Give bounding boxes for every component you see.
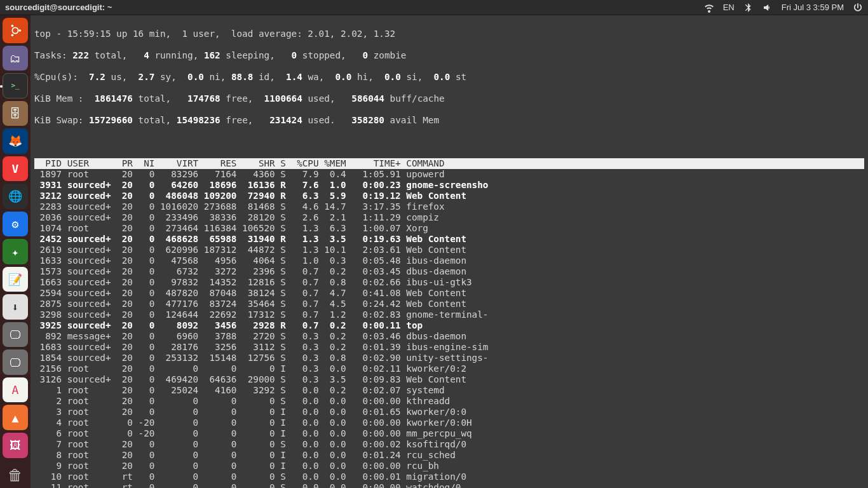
process-row: 10 root rt 0 0 0 0 S 0.0 0.0 0:00.01 mig… bbox=[34, 471, 864, 482]
launcher-files[interactable]: 🗂 bbox=[3, 46, 28, 71]
launcher-browser[interactable]: 🌐 bbox=[3, 184, 28, 209]
launcher-vlc[interactable]: ▲ bbox=[3, 405, 28, 430]
process-row: 3212 sourced+ 20 0 486048 109200 72940 R… bbox=[34, 191, 864, 201]
top-summary-tasks: Tasks: 222 total, 4 running, 162 sleepin… bbox=[34, 50, 864, 61]
volume-icon[interactable] bbox=[763, 3, 773, 13]
unity-launcher: 🗂 >_ 🗄 🦊 V 🌐 ⚙ ✦ 📝 ⬇ 🖵 🖵 A ▲ 🖼 🗑 bbox=[0, 15, 31, 488]
process-row: 11 root rt 0 0 0 0 S 0.0 0.0 0:00.00 wat… bbox=[34, 482, 864, 488]
clock[interactable]: Fri Jul 3 3:59 PM bbox=[782, 3, 844, 12]
svg-point-3 bbox=[11, 34, 14, 36]
process-row: 1897 root 20 0 83296 7164 4360 S 7.9 0.4… bbox=[34, 169, 864, 180]
process-row: 2594 sourced+ 20 0 487820 87048 38124 S … bbox=[34, 288, 864, 299]
process-row: 1854 sourced+ 20 0 253132 15148 12756 S … bbox=[34, 353, 864, 363]
process-row: 2156 root 20 0 0 0 0 I 0.3 0.0 0:02.11 k… bbox=[34, 363, 864, 374]
process-row: 1663 sourced+ 20 0 97832 14352 12816 S 0… bbox=[34, 277, 864, 288]
process-row: 9 root 20 0 0 0 0 I 0.0 0.0 0:00.00 rcu_… bbox=[34, 461, 864, 471]
launcher-vivaldi[interactable]: V bbox=[3, 156, 28, 182]
process-row: 3298 sourced+ 20 0 124644 22692 17312 S … bbox=[34, 309, 864, 320]
keyboard-layout-indicator[interactable]: EN bbox=[723, 3, 735, 12]
launcher-display-a[interactable]: 🖵 bbox=[3, 322, 28, 348]
process-row: 2875 sourced+ 20 0 477176 83724 35464 S … bbox=[34, 299, 864, 309]
process-row: 2283 sourced+ 20 0 1016020 273688 81468 … bbox=[34, 201, 864, 212]
power-icon[interactable] bbox=[853, 3, 863, 13]
top-summary-mem: KiB Mem : 1861476 total, 174768 free, 11… bbox=[34, 93, 864, 104]
process-row: 3 root 20 0 0 0 0 I 0.0 0.0 0:01.65 kwor… bbox=[34, 407, 864, 417]
launcher-screenshot[interactable]: 🖼 bbox=[3, 433, 28, 458]
svg-point-1 bbox=[19, 29, 22, 32]
system-indicators: EN Fri Jul 3 3:59 PM bbox=[704, 3, 863, 13]
process-row: 3126 sourced+ 20 0 469420 64636 29000 S … bbox=[34, 374, 864, 385]
process-row: 3931 sourced+ 20 0 64260 18696 16136 R 7… bbox=[34, 180, 864, 191]
launcher-software[interactable]: A bbox=[3, 377, 28, 403]
bluetooth-icon[interactable] bbox=[743, 3, 754, 13]
process-list: 1897 root 20 0 83296 7164 4360 S 7.9 0.4… bbox=[34, 169, 864, 488]
top-menubar: sourcedigit@sourcedigit: ~ EN Fri Jul 3 … bbox=[0, 0, 868, 15]
launcher-text-editor[interactable]: 📝 bbox=[3, 267, 28, 292]
terminal-output[interactable]: top - 15:59:15 up 16 min, 1 user, load a… bbox=[31, 15, 868, 488]
process-row: 892 message+ 20 0 6960 3788 2720 S 0.3 0… bbox=[34, 331, 864, 342]
launcher-terminal[interactable]: >_ bbox=[3, 73, 28, 98]
process-row: 2619 sourced+ 20 0 620996 187312 44872 S… bbox=[34, 245, 864, 255]
launcher-tweaks[interactable]: ✦ bbox=[3, 239, 28, 264]
process-row: 2452 sourced+ 20 0 468628 65988 31940 R … bbox=[34, 234, 864, 245]
process-row: 7 root 20 0 0 0 0 S 0.0 0.0 0:00.02 ksof… bbox=[34, 439, 864, 450]
launcher-display-b[interactable]: 🖵 bbox=[3, 349, 28, 375]
window-title: sourcedigit@sourcedigit: ~ bbox=[5, 3, 112, 12]
process-row: 1074 root 20 0 273464 116384 106520 S 1.… bbox=[34, 223, 864, 234]
launcher-firefox[interactable]: 🦊 bbox=[3, 128, 28, 154]
process-row: 1683 sourced+ 20 0 28176 3256 3112 S 0.3… bbox=[34, 342, 864, 353]
launcher-file-manager[interactable]: 🗄 bbox=[3, 101, 28, 126]
process-row: 1633 sourced+ 20 0 47568 4956 4064 S 1.0… bbox=[34, 255, 864, 266]
launcher-dash[interactable] bbox=[3, 18, 28, 43]
launcher-archive[interactable]: ⬇ bbox=[3, 294, 28, 320]
top-summary-uptime: top - 15:59:15 up 16 min, 1 user, load a… bbox=[34, 29, 864, 39]
top-column-header: PID USER PR NI VIRT RES SHR S %CPU %MEM … bbox=[34, 158, 864, 169]
process-row: 3925 sourced+ 20 0 8092 3456 2928 R 0.7 … bbox=[34, 320, 864, 331]
network-wifi-icon[interactable] bbox=[704, 3, 714, 13]
svg-point-2 bbox=[11, 25, 14, 27]
svg-point-0 bbox=[12, 27, 18, 33]
top-summary-swap: KiB Swap: 15729660 total, 15498236 free,… bbox=[34, 115, 864, 126]
process-row: 2 root 20 0 0 0 0 S 0.0 0.0 0:00.00 kthr… bbox=[34, 396, 864, 407]
process-row: 8 root 20 0 0 0 0 I 0.0 0.0 0:01.24 rcu_… bbox=[34, 450, 864, 461]
top-summary-cpu: %Cpu(s): 7.2 us, 2.7 sy, 0.0 ni, 88.8 id… bbox=[34, 72, 864, 83]
process-row: 1573 sourced+ 20 0 6732 3272 2396 S 0.7 … bbox=[34, 266, 864, 277]
process-row: 4 root 0 -20 0 0 0 I 0.0 0.0 0:00.00 kwo… bbox=[34, 417, 864, 428]
launcher-trash[interactable]: 🗑 bbox=[3, 463, 28, 488]
process-row: 2036 sourced+ 20 0 233496 38336 28120 S … bbox=[34, 212, 864, 223]
process-row: 6 root 0 -20 0 0 0 I 0.0 0.0 0:00.00 mm_… bbox=[34, 428, 864, 439]
process-row: 1 root 20 0 25024 4160 3292 S 0.0 0.2 0:… bbox=[34, 385, 864, 396]
launcher-settings[interactable]: ⚙ bbox=[3, 212, 28, 237]
